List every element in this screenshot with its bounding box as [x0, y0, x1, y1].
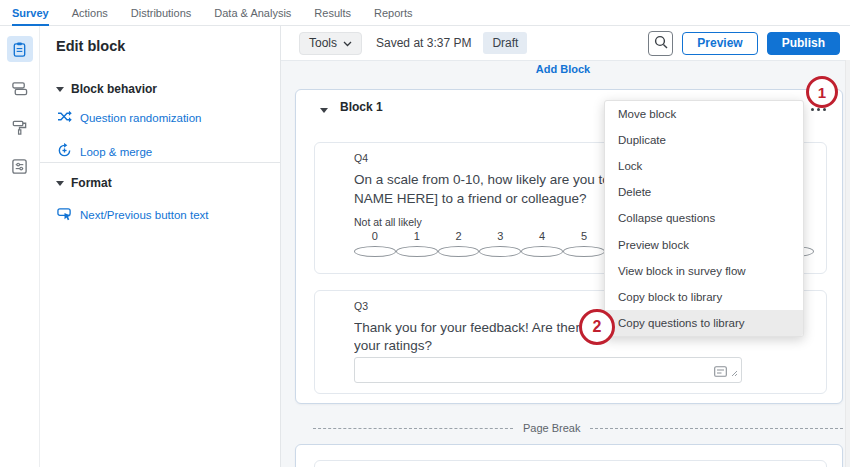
top-nav: Survey Actions Distributions Data & Anal… — [0, 0, 850, 26]
scale-point: 1 — [396, 230, 438, 242]
section-label: Format — [71, 176, 112, 190]
sliders-icon — [11, 158, 28, 175]
publish-button[interactable]: Publish — [767, 32, 840, 55]
save-status: Saved at 3:37 PM — [376, 36, 471, 50]
shuffle-icon — [57, 110, 72, 125]
preview-button[interactable]: Preview — [682, 32, 757, 55]
rail-item-survey-options[interactable] — [7, 153, 33, 179]
scale-left-label: Not at all likely — [354, 216, 422, 228]
radio-button[interactable] — [521, 246, 563, 257]
menu-item-copy-block-to-library[interactable]: Copy block to library — [605, 284, 803, 310]
scale-point: 2 — [438, 230, 480, 242]
scale-point: 5 — [563, 230, 605, 242]
menu-item-preview-block[interactable]: Preview block — [605, 232, 803, 258]
rail-item-survey-flow[interactable] — [7, 75, 33, 101]
scale-point: 3 — [479, 230, 521, 242]
block-title[interactable]: Block 1 — [340, 100, 383, 114]
scale-point: 4 — [521, 230, 563, 242]
rich-content-icon — [714, 363, 727, 381]
cursor-button-icon — [57, 206, 72, 223]
menu-item-move-block[interactable]: Move block — [605, 101, 803, 127]
divider — [40, 162, 280, 163]
text-entry-box[interactable] — [354, 357, 742, 383]
link-label: Loop & merge — [80, 146, 152, 158]
question-id: Q3 — [354, 300, 368, 312]
chevron-down-icon — [56, 87, 64, 92]
chevron-down-icon — [56, 181, 64, 186]
chevron-down-icon — [343, 36, 352, 50]
blocks-icon — [11, 80, 28, 97]
question-card[interactable] — [314, 460, 827, 467]
next-previous-button-text-link[interactable]: Next/Previous button text — [57, 206, 208, 223]
tab-distributions[interactable]: Distributions — [131, 0, 192, 26]
search-icon — [654, 35, 668, 52]
question-randomization-link[interactable]: Question randomization — [57, 110, 201, 125]
search-button[interactable] — [648, 31, 673, 56]
page-break-label: Page Break — [513, 422, 590, 434]
radio-button[interactable] — [563, 246, 605, 257]
rail-item-survey-builder[interactable] — [7, 36, 33, 62]
menu-item-view-block-in-survey-flow[interactable]: View block in survey flow — [605, 258, 803, 284]
tools-button[interactable]: Tools — [299, 32, 362, 55]
link-label: Next/Previous button text — [80, 209, 208, 221]
menu-item-copy-questions-to-library[interactable]: Copy questions to library — [605, 310, 803, 336]
loop-merge-link[interactable]: Loop & merge — [57, 143, 152, 160]
block-options-button[interactable] — [811, 108, 826, 111]
qualtrics-survey-editor: Survey Actions Distributions Data & Anal… — [0, 0, 850, 467]
tab-data-analysis[interactable]: Data & Analysis — [214, 0, 291, 26]
loop-icon — [57, 143, 72, 160]
tab-survey[interactable]: Survey — [12, 0, 49, 26]
menu-item-duplicate[interactable]: Duplicate — [605, 127, 803, 153]
link-label: Question randomization — [80, 112, 201, 124]
tab-results[interactable]: Results — [314, 0, 351, 26]
annotation-step-1: 1 — [806, 76, 838, 108]
vertical-scrollbar[interactable] — [845, 60, 850, 467]
draft-badge: Draft — [483, 32, 527, 54]
rail-item-look-and-feel[interactable] — [7, 114, 33, 140]
radio-button[interactable] — [354, 246, 396, 257]
radio-button[interactable] — [479, 246, 521, 257]
section-label: Block behavior — [71, 82, 157, 96]
resize-handle[interactable] — [731, 363, 738, 381]
menu-item-delete[interactable]: Delete — [605, 179, 803, 205]
tool-rail — [0, 26, 40, 467]
collapse-caret-icon[interactable] — [320, 108, 328, 113]
add-block-button[interactable]: Add Block — [281, 63, 845, 75]
tab-reports[interactable]: Reports — [374, 0, 413, 26]
paint-roller-icon — [11, 119, 28, 136]
tools-label: Tools — [309, 36, 337, 50]
annotation-step-2: 2 — [579, 309, 615, 345]
question-id: Q4 — [354, 152, 368, 164]
block-options-menu: Move block Duplicate Lock Delete Collaps… — [604, 100, 804, 337]
edit-block-panel: Edit block Block behavior Question rando… — [40, 26, 281, 467]
survey-toolbar: Tools Saved at 3:37 PM Draft Preview Pub… — [281, 26, 850, 60]
menu-item-collapse-questions[interactable]: Collapse questions — [605, 205, 803, 231]
page-break[interactable]: Page Break — [313, 422, 843, 434]
block-card-next — [295, 444, 843, 467]
toolbar-actions: Preview Publish — [648, 31, 850, 56]
menu-item-lock[interactable]: Lock — [605, 153, 803, 179]
section-format[interactable]: Format — [56, 176, 112, 190]
scale-point: 0 — [354, 230, 396, 242]
section-block-behavior[interactable]: Block behavior — [56, 82, 157, 96]
tab-actions[interactable]: Actions — [72, 0, 108, 26]
radio-button[interactable] — [396, 246, 438, 257]
panel-title: Edit block — [56, 38, 125, 54]
radio-button[interactable] — [438, 246, 480, 257]
clipboard-icon — [11, 41, 28, 58]
